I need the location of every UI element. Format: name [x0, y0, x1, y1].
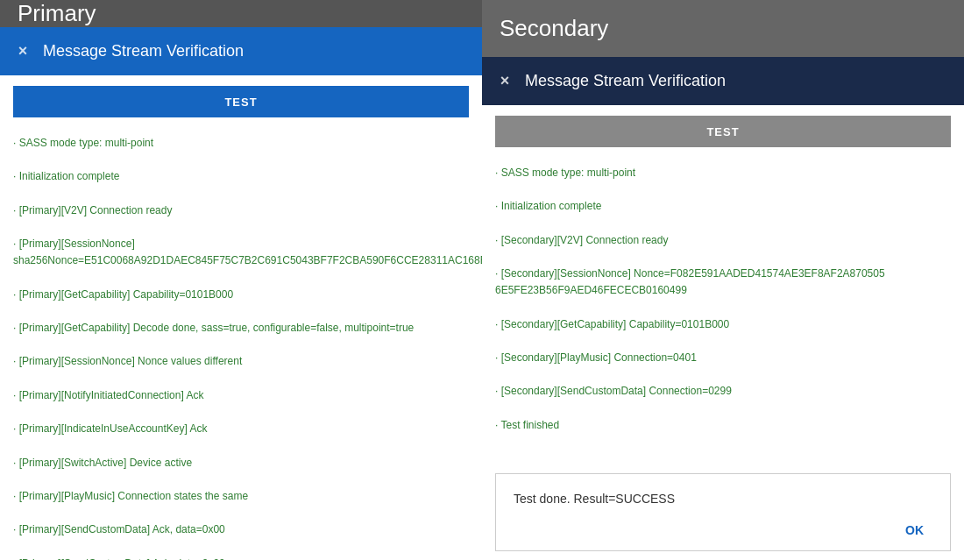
- log-line: · SASS mode type: multi-point: [13, 135, 469, 152]
- primary-panel: Primary × Message Stream Verification TE…: [0, 0, 482, 560]
- primary-dialog: × Message Stream Verification TEST · SAS…: [0, 27, 482, 560]
- log-line: · Test finished: [495, 417, 951, 434]
- log-line: · [Primary][IndicateInUseAccountKey] Ack: [13, 421, 469, 437]
- result-dialog: Test done. Result=SUCCESS OK: [495, 473, 951, 551]
- log-line: · [Primary][SwitchActive] Device active: [13, 455, 469, 471]
- log-line: · [Primary][V2V] Connection ready: [13, 202, 469, 219]
- result-ok-button[interactable]: OK: [897, 519, 932, 542]
- secondary-test-button[interactable]: TEST: [495, 116, 951, 147]
- secondary-header: Secondary: [482, 0, 964, 57]
- log-line: · [Secondary][PlayMusic] Connection=0401: [495, 350, 951, 366]
- log-line: · SASS mode type: multi-point: [495, 165, 951, 181]
- primary-dialog-titlebar: × Message Stream Verification: [0, 27, 482, 75]
- secondary-close-button[interactable]: ×: [495, 72, 514, 91]
- primary-close-button[interactable]: ×: [13, 42, 32, 61]
- primary-dialog-area: × Message Stream Verification TEST · SAS…: [0, 27, 482, 560]
- log-line: · [Primary][GetCapability] Capability=01…: [13, 287, 469, 303]
- primary-title: Primary: [18, 0, 96, 27]
- primary-test-button[interactable]: TEST: [13, 86, 469, 117]
- log-line: · [Secondary][SendCustomData] Connection…: [495, 383, 951, 400]
- secondary-dialog: × Message Stream Verification TEST · SAS…: [482, 57, 964, 560]
- primary-dialog-title: Message Stream Verification: [43, 42, 244, 60]
- secondary-dialog-titlebar: × Message Stream Verification: [482, 57, 964, 105]
- log-line: · [Primary][SessionNonce] sha256Nonce=E5…: [13, 236, 469, 269]
- primary-log: · SASS mode type: multi-point· Initializ…: [0, 128, 482, 560]
- log-line: · [Primary][PlayMusic] Connection states…: [13, 488, 469, 505]
- secondary-dialog-area: × Message Stream Verification TEST · SAS…: [482, 57, 964, 560]
- secondary-dialog-title: Message Stream Verification: [525, 72, 726, 90]
- log-line: · [Primary][NotifyInitiatedConnection] A…: [13, 387, 469, 404]
- primary-header: Primary: [0, 0, 482, 27]
- secondary-title: Secondary: [500, 15, 608, 42]
- result-text: Test done. Result=SUCCESS: [514, 492, 932, 506]
- log-line: · [Secondary][SessionNonce] Nonce=F082E5…: [495, 266, 951, 299]
- log-line: · [Primary][SessionNonce] Nonce values d…: [13, 353, 469, 370]
- secondary-panel: Secondary × Message Stream Verification …: [482, 0, 964, 560]
- log-line: · [Primary][GetCapability] Decode done, …: [13, 320, 469, 337]
- log-line: · [Primary][SendCustomData] Ack, data=0x…: [13, 556, 469, 560]
- secondary-log: · SASS mode type: multi-point· Initializ…: [482, 158, 964, 464]
- result-ok-container: OK: [514, 519, 932, 542]
- log-line: · [Secondary][V2V] Connection ready: [495, 232, 951, 249]
- log-line: · Initialization complete: [13, 168, 469, 185]
- log-line: · [Primary][SendCustomData] Ack, data=0x…: [13, 521, 469, 538]
- log-line: · Initialization complete: [495, 198, 951, 215]
- log-line: · [Secondary][GetCapability] Capability=…: [495, 316, 951, 333]
